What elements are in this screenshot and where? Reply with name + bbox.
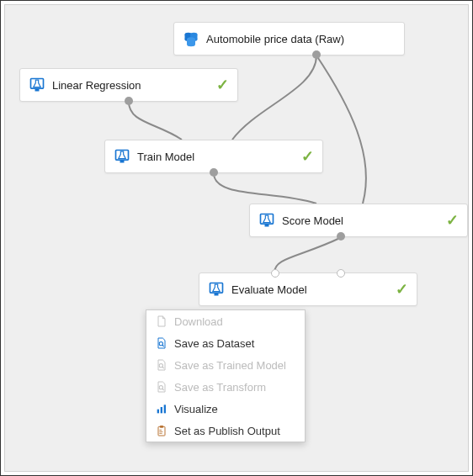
svg-rect-16 bbox=[215, 293, 219, 295]
experiment-icon bbox=[114, 148, 130, 165]
svg-rect-10 bbox=[35, 88, 40, 91]
node-linear-regression[interactable]: Linear Regression ✓ bbox=[19, 68, 238, 102]
menu-label: Save as Transform bbox=[174, 381, 266, 394]
node-label: Evaluate Model bbox=[231, 283, 387, 296]
check-icon: ✓ bbox=[396, 280, 408, 299]
database-icon bbox=[183, 30, 199, 47]
svg-line-22 bbox=[162, 389, 164, 390]
menu-item-visualize[interactable]: Visualize bbox=[146, 398, 305, 420]
menu-label: Save as Dataset bbox=[174, 337, 254, 350]
svg-rect-24 bbox=[161, 407, 162, 413]
svg-rect-25 bbox=[164, 405, 166, 413]
document-icon bbox=[155, 315, 168, 328]
svg-line-20 bbox=[162, 367, 164, 368]
output-port[interactable] bbox=[210, 168, 218, 177]
clipboard-icon bbox=[155, 424, 168, 437]
check-icon: ✓ bbox=[216, 76, 229, 94]
menu-item-publish[interactable]: Set as Publish Output bbox=[146, 420, 305, 442]
node-train-model[interactable]: Train Model ✓ bbox=[104, 140, 323, 173]
output-port[interactable] bbox=[312, 50, 321, 59]
chart-icon bbox=[155, 402, 168, 415]
menu-label: Download bbox=[174, 315, 223, 328]
node-label: Linear Regression bbox=[52, 79, 208, 92]
dataset-magnify-icon bbox=[155, 358, 168, 372]
svg-point-8 bbox=[187, 42, 195, 46]
node-automobile-data[interactable]: Automobile price data (Raw) bbox=[173, 22, 405, 56]
experiment-icon bbox=[208, 281, 225, 298]
svg-point-19 bbox=[159, 364, 162, 368]
menu-label: Set as Publish Output bbox=[174, 425, 280, 437]
node-score-model[interactable]: Score Model ✓ bbox=[249, 204, 468, 237]
check-icon: ✓ bbox=[301, 147, 314, 166]
menu-item-save-dataset[interactable]: Save as Dataset bbox=[146, 332, 305, 354]
experiment-icon bbox=[29, 77, 45, 93]
dataset-magnify-icon bbox=[155, 380, 168, 394]
context-menu: Download Save as Dataset Save as Trained… bbox=[146, 309, 306, 442]
dataset-magnify-icon bbox=[155, 336, 168, 350]
svg-rect-26 bbox=[158, 426, 165, 436]
output-port[interactable] bbox=[337, 232, 345, 241]
svg-point-17 bbox=[159, 342, 162, 346]
menu-label: Save as Trained Model bbox=[174, 359, 286, 372]
input-port-2[interactable] bbox=[337, 269, 345, 278]
svg-rect-23 bbox=[157, 410, 159, 414]
svg-rect-27 bbox=[160, 426, 163, 428]
experiment-icon bbox=[258, 212, 275, 229]
node-evaluate-model[interactable]: Evaluate Model ✓ bbox=[199, 272, 417, 306]
check-icon: ✓ bbox=[446, 211, 459, 230]
svg-line-18 bbox=[162, 345, 164, 346]
menu-item-save-transform: Save as Transform bbox=[146, 376, 305, 398]
svg-rect-14 bbox=[265, 224, 269, 226]
svg-rect-12 bbox=[120, 160, 125, 162]
node-label: Score Model bbox=[282, 214, 438, 227]
node-label: Automobile price data (Raw) bbox=[206, 33, 396, 45]
menu-item-download: Download bbox=[146, 310, 305, 332]
node-label: Train Model bbox=[137, 151, 293, 163]
output-port[interactable] bbox=[125, 97, 133, 105]
input-port-1[interactable] bbox=[271, 269, 279, 278]
workflow-canvas[interactable]: Automobile price data (Raw) Linear Regre… bbox=[4, 4, 469, 472]
menu-item-save-trained: Save as Trained Model bbox=[146, 354, 305, 376]
menu-label: Visualize bbox=[174, 403, 218, 415]
svg-point-21 bbox=[159, 386, 162, 389]
